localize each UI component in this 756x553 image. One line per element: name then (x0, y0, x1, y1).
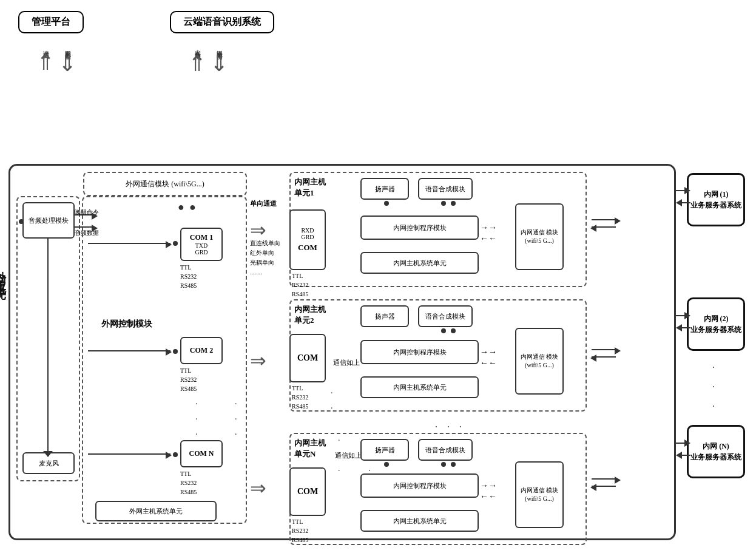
unit2-system-unit-label: 内网主机系统单元 (393, 383, 447, 392)
unit1-control-program-label: 内网控制程序模块 (393, 223, 447, 232)
com2-protocols: TTL RS232 RS485 (180, 366, 197, 393)
management-arrows: 请求鉴权 ⇑ 返回配置信息 ⇓ (36, 46, 76, 75)
unit2-voice-synth-label: 语音合成模块 (425, 312, 465, 321)
com2-to-unit2-arrow: ⇒ (250, 351, 266, 370)
com1-box: COM 1 TXD GRD (180, 228, 223, 261)
server2-box: 内网 (2) 业务服务器系统 (687, 297, 745, 351)
unit2-comm-module-label: 内网通信 模块 (wifi\5 G...) (516, 353, 562, 370)
dots-between-servers: ··· (712, 358, 715, 416)
unit2-protocols: TTL RS232 RS485 (292, 384, 308, 411)
management-platform-label: 管理平台 (18, 11, 84, 33)
comn-box: COM N (180, 440, 223, 467)
dots-unit1-voice (441, 201, 456, 206)
comn-label: COM N (189, 449, 214, 458)
dots-unitN-voice (441, 462, 456, 467)
unit1-grd-inner: GRD (301, 234, 314, 240)
outer-host-unit-label: 外网主机单元 (0, 263, 8, 285)
inner-unitN-dashed-box: 内网主机 单元N 扬声器 语音合成模块 内网控制程序模块 →→ (289, 433, 587, 545)
unitN-system-unit-label: 内网主机系统单元 (393, 517, 447, 526)
unit1-speaker-label: 扬声器 (375, 185, 395, 194)
arrows-to-server1 (676, 187, 690, 206)
outer-comm-module-label: 外网通信模块 (wifi\5G...) (126, 179, 204, 189)
unitN-voice-synth-label: 语音合成模块 (425, 446, 465, 455)
inner-unitN-label: 内网主机 单元N (294, 438, 326, 460)
dot-audio-left (19, 219, 24, 224)
main-outer-box: 外网主机单元 外网通信模块 (wifi\5G...) ● ● 音频处理模块 唤醒… (8, 164, 676, 540)
unit1-voice-synth-box: 语音合成模块 (418, 178, 473, 200)
audio-mic-arrow (43, 451, 53, 457)
unit1-comm-module-label: 内网通信 模块 (wifi\5 G...) (516, 228, 562, 245)
audio-processing-box: 音频处理模块 (22, 202, 75, 239)
line-to-comn (88, 453, 170, 455)
com1-txd: TXD (195, 242, 208, 249)
server1-label: 内网 (1) 业务服务器系统 (690, 189, 741, 211)
return-text-arrow-icon: ⇓ (210, 53, 228, 75)
unit1-server-arrows (592, 219, 616, 228)
return-text-label: 返回文本数据 (215, 46, 223, 49)
outer-comm-module-box: 外网通信模块 (wifi\5G...) (83, 172, 247, 196)
send-audio-arrow-icon: ⇑ (188, 53, 206, 75)
unit1-system-unit-box: 内网主机系统单元 (360, 252, 479, 274)
unit2-com-box: COM (289, 334, 326, 382)
com2-box: COM 2 (180, 337, 223, 364)
vertical-dots-coms2: ··· (235, 396, 237, 443)
unitN-com-box: COM (289, 467, 326, 516)
audio-mic-line (47, 239, 49, 452)
cloud-voice-label: 云端语音识别系统 (170, 11, 274, 33)
dot-com2 (173, 349, 178, 354)
unit1-voice-synth-label: 语音合成模块 (425, 185, 465, 194)
send-audio-label: 发送音频数据 (194, 46, 201, 49)
unitN-server-arrows (592, 478, 616, 487)
dot-comn (173, 452, 178, 457)
inner-unit1-dashed-box: 内网主机 单元1 扬声器 语音合成模块 内网控制程序模块 →→ (289, 172, 587, 287)
unit2-voice-synth-box: 语音合成模块 (418, 305, 473, 327)
comn-protocols: TTL RS232 RS485 (180, 469, 197, 497)
unit2-server-arrows (592, 349, 616, 358)
return-config-label: 返回配置信息 (64, 46, 71, 49)
unit2-comm-module-box: 内网通信 模块 (wifi\5 G...) (515, 328, 564, 395)
dots-between-unit2: ·· (331, 385, 333, 416)
unit2-com-label: COM (297, 353, 318, 363)
request-auth-label: 请求鉴权 (42, 46, 49, 48)
outer-system-unit-box: 外网主机系统单元 (95, 501, 217, 521)
unit1-comm-module-box: 内网通信 模块 (wifi\5 G...) (515, 203, 564, 270)
unit1-system-unit-label: 内网主机系统单元 (393, 259, 447, 268)
unit2-system-unit-box: 内网主机系统单元 (360, 376, 479, 398)
unit1-com-label: COM (298, 243, 317, 253)
comn-to-unitN-arrow: ⇒ (250, 478, 266, 498)
down-arrow-icon: ⇓ (58, 53, 76, 75)
outer-control-module-label: 外网控制模块 (101, 319, 152, 330)
unidirectional-channel-label: 单向通道 (250, 199, 277, 208)
unit1-protocols: TTL RS232 RS485 (292, 271, 308, 299)
dot-com1 (173, 241, 178, 246)
com1-protocols: TTL RS232 RS485 (180, 263, 197, 290)
unitN-two-way-arrows: →→ ←← (480, 481, 497, 501)
dot-unitN-speaker (384, 462, 389, 467)
unit2-control-program-label: 内网控制程序模块 (393, 348, 447, 357)
serverN-box: 内网 (N) 业务服务器系统 (687, 425, 745, 478)
line-to-com1 (88, 243, 170, 244)
management-platform-box: 管理平台 (18, 11, 84, 33)
unit2-speaker-label: 扬声器 (375, 312, 395, 321)
unit2-control-program-box: 内网控制程序模块 (360, 340, 479, 364)
unitN-control-program-label: 内网控制程序模块 (393, 481, 447, 490)
cloud-voice-arrows: 发送音频数据 ⇑ 返回文本数据 ⇓ (188, 46, 228, 75)
unit1-control-program-box: 内网控制程序模块 (360, 215, 479, 240)
up-arrow-icon: ⇑ (36, 52, 55, 73)
com1-label: COM 1 (190, 233, 213, 242)
cloud-voice-box: 云端语音识别系统 (170, 11, 274, 33)
direct-line-label: 直连线单向 红外单向 光耦单向 …… (250, 239, 280, 277)
com2-label: COM 2 (190, 346, 213, 355)
unit2-two-way-arrows: →→ ←← (480, 347, 497, 368)
unitN-speaker-label: 扬声器 (375, 446, 395, 455)
serverN-label: 内网 (N) 业务服务器系统 (690, 441, 741, 463)
audio-processing-label: 音频处理模块 (29, 216, 69, 225)
dot-unit1-speaker (384, 201, 389, 206)
unitN-speaker-box: 扬声器 (360, 439, 409, 461)
line-to-com2 (88, 350, 170, 351)
unit2-comm-above-label: 通信如上 (333, 358, 360, 367)
unit1-rxd: RXD (301, 227, 314, 234)
outer-control-dashed-box: 外网控制模块 COM 1 TXD GRD TTL RS232 RS485 COM… (82, 196, 247, 524)
server2-label: 内网 (2) 业务服务器系统 (690, 313, 741, 335)
vertical-dots-coms: ··· (195, 396, 198, 443)
